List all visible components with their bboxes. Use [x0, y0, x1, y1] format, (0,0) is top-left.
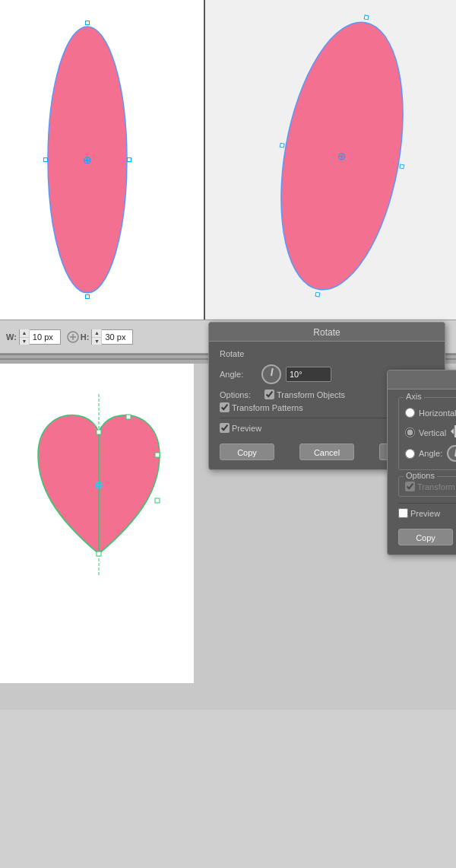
width-up[interactable]: ▲: [20, 329, 29, 337]
rotate-dialog-title: Rotate: [209, 323, 445, 342]
handle-bottom-r: [315, 292, 320, 297]
center-crosshair-r: ⊕: [337, 150, 347, 162]
rotate-cancel-button[interactable]: Cancel: [299, 444, 354, 460]
reflect-dialog: Reflect Axis Horizontal: [387, 370, 456, 555]
preview-checkbox[interactable]: [220, 423, 230, 433]
vertical-radio-label[interactable]: Vertical: [405, 424, 456, 441]
angle-radio-label[interactable]: Angle:: [405, 449, 442, 459]
width-input-wrap: ▲ ▼ 10 px: [19, 329, 61, 345]
toolbar: W: ▲ ▼ 10 px H: ▲ ▼ 30 px Rotate: [0, 320, 456, 354]
reflect-copy-button[interactable]: Copy: [398, 529, 453, 545]
vertical-radio[interactable]: [405, 428, 415, 437]
width-field: W: ▲ ▼ 10 px: [6, 329, 61, 345]
axis-radio-group: Horizontal: [405, 405, 456, 462]
handle-left-r: [280, 143, 285, 148]
reflect-dialog-buttons: Copy Cancel OK: [398, 526, 456, 547]
svg-rect-9: [97, 430, 101, 434]
reflect-transform-objects-checkbox[interactable]: [405, 482, 415, 491]
options-label: Options:: [220, 390, 261, 399]
right-ellipse: ⊕: [258, 7, 426, 305]
reflect-angle-row: Angle:: [405, 445, 456, 462]
left-ellipse: ⊕: [46, 23, 129, 297]
left-canvas: ⊕: [0, 0, 205, 320]
transform-patterns-checkbox[interactable]: [220, 402, 230, 412]
width-spinners[interactable]: ▲ ▼: [20, 329, 30, 345]
reflect-options-label: Options: [404, 471, 437, 480]
handle-right-r: [399, 164, 404, 169]
height-up[interactable]: ▲: [92, 329, 101, 337]
reflect-divider: [398, 503, 456, 504]
handle-right: [127, 157, 131, 162]
height-spinners[interactable]: ▲ ▼: [92, 329, 102, 345]
right-canvas: ⊕: [205, 0, 456, 320]
height-down[interactable]: ▼: [92, 337, 101, 345]
rotate-section-label: Rotate: [220, 349, 434, 358]
svg-marker-18: [451, 428, 454, 434]
center-crosshair: ⊕: [83, 154, 92, 165]
reflect-dialog-title: Reflect: [388, 370, 456, 389]
angle-dial[interactable]: [261, 364, 281, 384]
bottom-left-canvas: [0, 364, 194, 683]
heart-shape: [30, 394, 160, 561]
svg-rect-12: [97, 552, 101, 556]
vertical-reflect-icon: [449, 424, 456, 441]
angle-radio[interactable]: [405, 449, 415, 459]
svg-rect-13: [126, 415, 131, 419]
preview-checkbox-label[interactable]: Preview: [220, 423, 261, 433]
axis-section: Axis Horizontal: [398, 397, 456, 470]
handle-top-r: [364, 14, 369, 20]
height-field: H: ▲ ▼ 30 px: [81, 329, 134, 345]
width-value[interactable]: 10 px: [30, 332, 60, 342]
svg-rect-11: [155, 498, 160, 503]
height-value[interactable]: 30 px: [102, 332, 132, 342]
height-input-wrap: ▲ ▼ 30 px: [91, 329, 133, 345]
reflect-preview-checkbox[interactable]: [398, 508, 408, 518]
transform-objects-checkbox-label[interactable]: Transform Objects: [264, 389, 345, 399]
rotate-copy-button[interactable]: Copy: [220, 444, 274, 460]
svg-rect-10: [155, 453, 160, 457]
angle-label: Angle:: [220, 370, 261, 379]
axis-label: Axis: [404, 392, 424, 401]
reflect-options-row: Transform Objects Transform Patterns: [405, 482, 456, 491]
reflect-options-section: Options Transform Objects Transform Patt…: [398, 476, 456, 497]
chain-link-icon[interactable]: [65, 329, 81, 345]
top-canvas-area: ⊕ ⊕: [0, 0, 456, 320]
handle-top: [85, 21, 90, 25]
transform-patterns-checkbox-label[interactable]: Transform Patterns: [220, 402, 303, 412]
handle-left: [43, 157, 48, 162]
width-down[interactable]: ▼: [20, 337, 29, 345]
reflect-angle-dial[interactable]: [447, 445, 456, 462]
handle-bottom: [85, 294, 90, 299]
angle-input[interactable]: [286, 367, 331, 382]
horizontal-radio-label[interactable]: Horizontal: [405, 405, 456, 420]
width-label: W:: [6, 332, 17, 342]
reflect-preview-row: Preview: [398, 508, 456, 518]
reflect-preview-label[interactable]: Preview: [398, 508, 440, 518]
reflect-transform-objects-label[interactable]: Transform Objects: [405, 482, 456, 491]
height-label: H:: [81, 332, 90, 342]
reflect-dialog-body: Axis Horizontal: [388, 389, 456, 555]
transform-objects-checkbox[interactable]: [264, 389, 274, 399]
horizontal-radio[interactable]: [405, 408, 415, 418]
